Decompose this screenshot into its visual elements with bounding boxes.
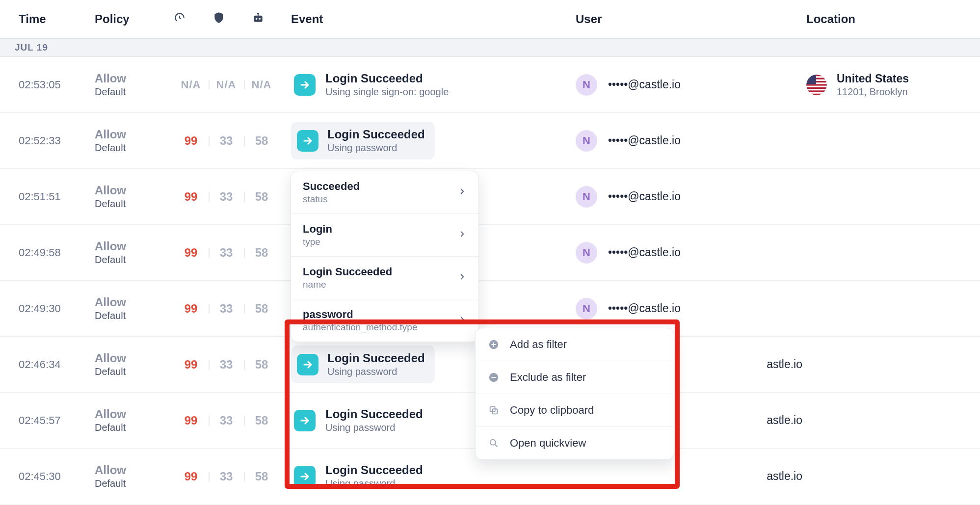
user-cell[interactable]: N •••••@castle.io — [576, 242, 806, 264]
svg-rect-0 — [254, 15, 262, 22]
score-risk: 99 — [173, 302, 209, 316]
header-score-shield[interactable] — [212, 11, 252, 27]
user-email: astle.io — [767, 414, 802, 427]
policy-cell: Allow Default — [95, 239, 173, 266]
score-bot: 58 — [244, 134, 279, 148]
score-bot: 58 — [244, 190, 279, 204]
copy-to-clipboard-item[interactable]: Copy to clipboard — [476, 394, 674, 427]
event-pill[interactable]: Login Succeeded Using password — [291, 346, 435, 383]
policy-action: Allow — [95, 72, 173, 85]
svg-rect-12 — [806, 75, 816, 84]
policy-action: Allow — [95, 463, 173, 477]
filter-option-key: name — [303, 279, 392, 290]
score-risk: 99 — [173, 246, 209, 260]
user-cell[interactable]: astle.io — [576, 470, 806, 483]
location-city: 11201, Brooklyn — [837, 86, 909, 98]
chevron-right-icon — [458, 187, 467, 198]
score-shield: 33 — [209, 358, 244, 372]
table-row[interactable]: 02:51:51 Allow Default 99 33 58 Login Su… — [0, 169, 980, 225]
time-cell: 02:49:58 — [19, 246, 95, 259]
score-risk: 99 — [173, 134, 209, 148]
table-row[interactable]: 02:52:33 Allow Default 99 33 58 Login Su… — [0, 113, 980, 169]
event-subtitle: Using password — [327, 142, 425, 154]
time-cell: 02:45:30 — [19, 470, 95, 483]
event-title: Login Succeeded — [325, 72, 449, 85]
filter-option[interactable]: Login Succeeded name — [291, 257, 478, 299]
time-cell: 02:52:33 — [19, 134, 95, 147]
shield-icon — [212, 11, 225, 24]
user-cell[interactable]: N •••••@castle.io — [576, 298, 806, 319]
open-quickview-label: Open quickview — [510, 437, 586, 450]
score-group: 99 33 58 — [173, 470, 291, 483]
filter-option-key: authentication_method.type — [303, 322, 417, 333]
user-cell[interactable]: N •••••@castle.io — [576, 186, 806, 208]
svg-point-1 — [256, 18, 257, 19]
score-bot: 58 — [244, 358, 279, 372]
user-cell[interactable]: N •••••@castle.io — [576, 74, 806, 96]
time-cell: 02:49:30 — [19, 302, 95, 315]
policy-cell: Allow Default — [95, 72, 173, 98]
event-filter-dropdown[interactable]: Succeeded status Login type Login Succee… — [291, 171, 479, 342]
filter-option-value: Login — [303, 223, 332, 236]
date-group-label: JUL 19 — [0, 38, 980, 57]
score-shield: 33 — [209, 134, 244, 148]
policy-cell: Allow Default — [95, 295, 173, 321]
filter-action-submenu[interactable]: Add as filter Exclude as filter Copy to … — [475, 328, 674, 460]
header-location[interactable]: Location — [806, 12, 980, 26]
arrow-right-icon — [294, 410, 316, 431]
policy-name: Default — [95, 198, 173, 210]
score-group: 99 33 58 — [173, 190, 291, 204]
filter-option-value: Succeeded — [303, 180, 360, 193]
event-title: Login Succeeded — [325, 407, 423, 421]
score-risk: 99 — [173, 414, 209, 427]
add-as-filter-item[interactable]: Add as filter — [476, 328, 674, 361]
event-pill[interactable]: Login Succeeded Using password — [291, 463, 423, 489]
score-group: 99 33 58 — [173, 414, 291, 427]
score-group: 99 33 58 — [173, 358, 291, 372]
header-event[interactable]: Event — [291, 12, 576, 26]
chevron-right-icon — [458, 315, 467, 326]
header-policy[interactable]: Policy — [95, 12, 173, 26]
open-quickview-item[interactable]: Open quickview — [476, 427, 674, 459]
user-cell[interactable]: N •••••@castle.io — [576, 130, 806, 152]
header-user[interactable]: User — [576, 12, 806, 26]
table-header: Time Policy Event User Location — [0, 0, 980, 38]
svg-rect-10 — [806, 90, 827, 92]
event-pill[interactable]: Login Succeeded Using single sign-on: go… — [291, 72, 449, 98]
filter-option[interactable]: Succeeded status — [291, 171, 478, 214]
time-cell: 02:53:05 — [19, 79, 95, 91]
user-email: •••••@castle.io — [608, 246, 681, 259]
location-cell[interactable]: United States 11201, Brooklyn — [806, 72, 980, 98]
header-time[interactable]: Time — [19, 12, 95, 26]
filter-option-key: status — [303, 194, 360, 205]
policy-name: Default — [95, 254, 173, 266]
event-title: Login Succeeded — [325, 463, 423, 477]
avatar: N — [576, 242, 597, 264]
event-pill[interactable]: Login Succeeded Using password — [291, 122, 435, 159]
svg-rect-9 — [806, 87, 827, 88]
policy-cell: Allow Default — [95, 407, 173, 433]
policy-cell: Allow Default — [95, 128, 173, 154]
bot-icon — [252, 11, 265, 24]
exclude-as-filter-item[interactable]: Exclude as filter — [476, 361, 674, 394]
event-subtitle: Using single sign-on: google — [325, 86, 449, 98]
header-score-gauge[interactable] — [173, 11, 212, 27]
user-email: astle.io — [767, 358, 802, 371]
plus-circle-icon — [488, 339, 499, 350]
user-email: astle.io — [767, 470, 802, 483]
user-email: •••••@castle.io — [608, 190, 681, 203]
add-as-filter-label: Add as filter — [510, 338, 567, 351]
header-score-bot[interactable] — [252, 11, 291, 27]
event-pill[interactable]: Login Succeeded Using password — [291, 407, 423, 433]
score-risk: 99 — [173, 190, 209, 204]
user-email: •••••@castle.io — [608, 302, 681, 315]
score-shield: 33 — [209, 246, 244, 260]
filter-option[interactable]: Login type — [291, 214, 478, 257]
arrow-right-icon — [297, 130, 318, 152]
policy-action: Allow — [95, 295, 173, 309]
table-row[interactable]: 02:53:05 Allow Default N/A N/A N/A Login… — [0, 57, 980, 113]
filter-option[interactable]: password authentication_method.type — [291, 299, 478, 342]
table-row[interactable]: 02:49:58 Allow Default 99 33 58 Login Su… — [0, 225, 980, 281]
chevron-right-icon — [458, 272, 467, 284]
score-shield: 33 — [209, 414, 244, 427]
